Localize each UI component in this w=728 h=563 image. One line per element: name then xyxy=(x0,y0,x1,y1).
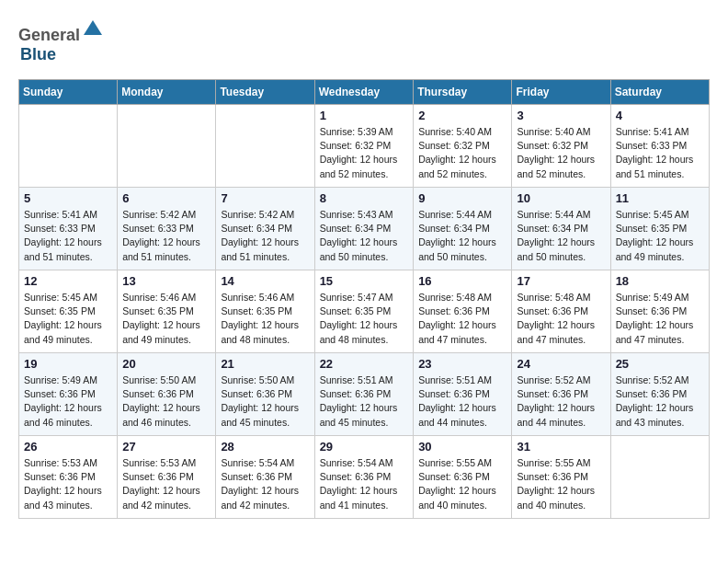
day-info: Sunrise: 5:46 AMSunset: 6:35 PMDaylight:… xyxy=(122,291,210,347)
day-info: Sunrise: 5:52 AMSunset: 6:36 PMDaylight:… xyxy=(517,373,605,430)
calendar-cell: 7Sunrise: 5:42 AMSunset: 6:34 PMDaylight… xyxy=(216,188,314,270)
day-info: Sunrise: 5:42 AMSunset: 6:33 PMDaylight:… xyxy=(122,208,210,264)
day-number: 11 xyxy=(616,191,704,205)
logo-general: General xyxy=(18,26,80,44)
day-info: Sunrise: 5:47 AMSunset: 6:35 PMDaylight:… xyxy=(320,291,409,347)
day-number: 7 xyxy=(221,191,309,205)
day-info: Sunrise: 5:43 AMSunset: 6:34 PMDaylight:… xyxy=(320,208,409,264)
page-header: General Blue xyxy=(18,18,710,64)
calendar-cell: 4Sunrise: 5:41 AMSunset: 6:33 PMDaylight… xyxy=(610,105,709,188)
calendar-table: SundayMondayTuesdayWednesdayThursdayFrid… xyxy=(18,79,710,519)
calendar-cell: 3Sunrise: 5:40 AMSunset: 6:32 PMDaylight… xyxy=(512,105,610,188)
day-info: Sunrise: 5:54 AMSunset: 6:36 PMDaylight:… xyxy=(320,456,409,512)
calendar-cell xyxy=(610,436,709,519)
day-number: 1 xyxy=(320,109,409,122)
calendar-cell: 21Sunrise: 5:50 AMSunset: 6:36 PMDayligh… xyxy=(216,353,314,436)
day-number: 8 xyxy=(320,191,409,205)
day-number: 12 xyxy=(24,274,112,288)
calendar-cell: 29Sunrise: 5:54 AMSunset: 6:36 PMDayligh… xyxy=(314,436,414,519)
calendar-week-2: 5Sunrise: 5:41 AMSunset: 6:33 PMDaylight… xyxy=(19,188,710,270)
calendar-week-4: 19Sunrise: 5:49 AMSunset: 6:36 PMDayligh… xyxy=(19,353,710,436)
day-number: 28 xyxy=(221,440,309,454)
day-number: 23 xyxy=(418,357,506,371)
logo-icon xyxy=(82,18,104,40)
col-header-wednesday: Wednesday xyxy=(314,80,414,105)
day-number: 24 xyxy=(517,357,605,371)
day-number: 22 xyxy=(320,357,409,371)
day-info: Sunrise: 5:45 AMSunset: 6:35 PMDaylight:… xyxy=(24,291,112,347)
calendar-cell: 28Sunrise: 5:54 AMSunset: 6:36 PMDayligh… xyxy=(216,436,314,519)
logo-blue: Blue xyxy=(20,45,56,63)
calendar-cell: 24Sunrise: 5:52 AMSunset: 6:36 PMDayligh… xyxy=(512,353,610,436)
col-header-friday: Friday xyxy=(512,80,610,105)
calendar-week-1: 1Sunrise: 5:39 AMSunset: 6:32 PMDaylight… xyxy=(19,105,710,188)
day-info: Sunrise: 5:51 AMSunset: 6:36 PMDaylight:… xyxy=(418,373,506,430)
calendar-cell xyxy=(19,105,118,188)
calendar-cell: 23Sunrise: 5:51 AMSunset: 6:36 PMDayligh… xyxy=(414,353,512,436)
calendar-week-3: 12Sunrise: 5:45 AMSunset: 6:35 PMDayligh… xyxy=(19,270,710,353)
day-number: 30 xyxy=(418,440,506,454)
calendar-cell: 20Sunrise: 5:50 AMSunset: 6:36 PMDayligh… xyxy=(118,353,216,436)
day-number: 31 xyxy=(517,440,605,454)
day-number: 25 xyxy=(616,357,704,371)
col-header-thursday: Thursday xyxy=(414,80,512,105)
day-info: Sunrise: 5:52 AMSunset: 6:36 PMDaylight:… xyxy=(616,373,704,430)
day-number: 17 xyxy=(517,274,605,288)
col-header-sunday: Sunday xyxy=(19,80,118,105)
day-number: 13 xyxy=(122,274,210,288)
day-number: 18 xyxy=(616,274,704,288)
day-info: Sunrise: 5:55 AMSunset: 6:36 PMDaylight:… xyxy=(517,456,605,512)
calendar-cell xyxy=(216,105,314,188)
calendar-cell: 25Sunrise: 5:52 AMSunset: 6:36 PMDayligh… xyxy=(610,353,709,436)
calendar-cell: 17Sunrise: 5:48 AMSunset: 6:36 PMDayligh… xyxy=(512,270,610,353)
calendar-cell: 26Sunrise: 5:53 AMSunset: 6:36 PMDayligh… xyxy=(19,436,118,519)
day-info: Sunrise: 5:48 AMSunset: 6:36 PMDaylight:… xyxy=(418,291,506,347)
calendar-cell: 5Sunrise: 5:41 AMSunset: 6:33 PMDaylight… xyxy=(19,188,118,270)
day-number: 2 xyxy=(418,109,506,122)
day-info: Sunrise: 5:41 AMSunset: 6:33 PMDaylight:… xyxy=(24,208,112,264)
day-number: 6 xyxy=(122,191,210,205)
svg-marker-0 xyxy=(84,20,102,35)
day-info: Sunrise: 5:41 AMSunset: 6:33 PMDaylight:… xyxy=(616,125,704,181)
day-number: 16 xyxy=(418,274,506,288)
calendar-cell: 31Sunrise: 5:55 AMSunset: 6:36 PMDayligh… xyxy=(512,436,610,519)
calendar-week-5: 26Sunrise: 5:53 AMSunset: 6:36 PMDayligh… xyxy=(19,436,710,519)
day-number: 15 xyxy=(320,274,409,288)
day-info: Sunrise: 5:44 AMSunset: 6:34 PMDaylight:… xyxy=(418,208,506,264)
calendar-cell: 8Sunrise: 5:43 AMSunset: 6:34 PMDaylight… xyxy=(314,188,414,270)
day-number: 14 xyxy=(221,274,309,288)
calendar-cell: 12Sunrise: 5:45 AMSunset: 6:35 PMDayligh… xyxy=(19,270,118,353)
calendar-cell: 1Sunrise: 5:39 AMSunset: 6:32 PMDaylight… xyxy=(314,105,414,188)
day-info: Sunrise: 5:55 AMSunset: 6:36 PMDaylight:… xyxy=(418,456,506,512)
day-info: Sunrise: 5:40 AMSunset: 6:32 PMDaylight:… xyxy=(517,125,605,181)
day-info: Sunrise: 5:45 AMSunset: 6:35 PMDaylight:… xyxy=(616,208,704,264)
day-info: Sunrise: 5:50 AMSunset: 6:36 PMDaylight:… xyxy=(122,373,210,430)
day-number: 3 xyxy=(517,109,605,122)
day-number: 27 xyxy=(122,440,210,454)
day-number: 21 xyxy=(221,357,309,371)
day-number: 20 xyxy=(122,357,210,371)
calendar-cell: 15Sunrise: 5:47 AMSunset: 6:35 PMDayligh… xyxy=(314,270,414,353)
col-header-saturday: Saturday xyxy=(610,80,709,105)
calendar-cell: 13Sunrise: 5:46 AMSunset: 6:35 PMDayligh… xyxy=(118,270,216,353)
col-header-monday: Monday xyxy=(118,80,216,105)
calendar-cell: 16Sunrise: 5:48 AMSunset: 6:36 PMDayligh… xyxy=(414,270,512,353)
day-info: Sunrise: 5:51 AMSunset: 6:36 PMDaylight:… xyxy=(320,373,409,430)
day-info: Sunrise: 5:54 AMSunset: 6:36 PMDaylight:… xyxy=(221,456,309,512)
calendar-cell: 14Sunrise: 5:46 AMSunset: 6:35 PMDayligh… xyxy=(216,270,314,353)
calendar-cell: 27Sunrise: 5:53 AMSunset: 6:36 PMDayligh… xyxy=(118,436,216,519)
calendar-cell: 19Sunrise: 5:49 AMSunset: 6:36 PMDayligh… xyxy=(19,353,118,436)
col-header-tuesday: Tuesday xyxy=(216,80,314,105)
day-info: Sunrise: 5:48 AMSunset: 6:36 PMDaylight:… xyxy=(517,291,605,347)
day-info: Sunrise: 5:53 AMSunset: 6:36 PMDaylight:… xyxy=(24,456,112,512)
calendar-header-row: SundayMondayTuesdayWednesdayThursdayFrid… xyxy=(19,80,710,105)
calendar-cell: 6Sunrise: 5:42 AMSunset: 6:33 PMDaylight… xyxy=(118,188,216,270)
calendar-cell xyxy=(118,105,216,188)
day-info: Sunrise: 5:49 AMSunset: 6:36 PMDaylight:… xyxy=(616,291,704,347)
calendar-cell: 18Sunrise: 5:49 AMSunset: 6:36 PMDayligh… xyxy=(610,270,709,353)
calendar-cell: 10Sunrise: 5:44 AMSunset: 6:34 PMDayligh… xyxy=(512,188,610,270)
day-number: 26 xyxy=(24,440,112,454)
day-info: Sunrise: 5:50 AMSunset: 6:36 PMDaylight:… xyxy=(221,373,309,430)
day-info: Sunrise: 5:44 AMSunset: 6:34 PMDaylight:… xyxy=(517,208,605,264)
day-number: 4 xyxy=(616,109,704,122)
